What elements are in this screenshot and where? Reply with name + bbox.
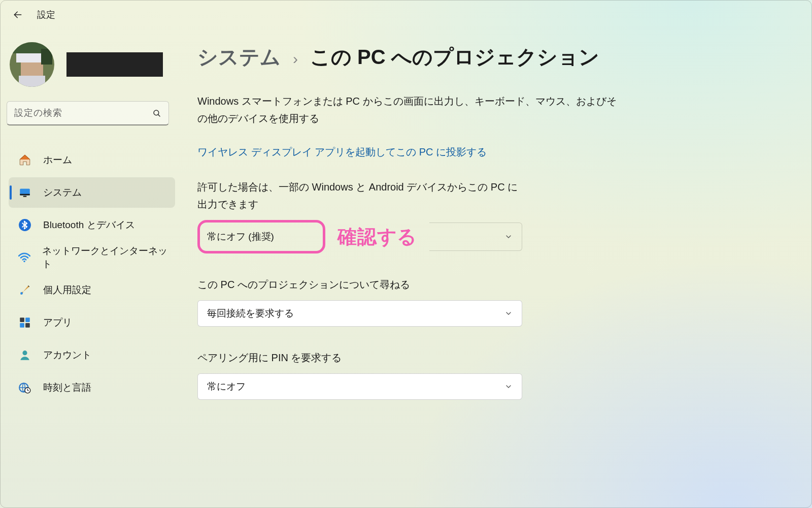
ask-projection-dropdown[interactable]: 毎回接続を要求する (197, 300, 522, 327)
launch-wireless-display-link[interactable]: ワイヤレス ディスプレイ アプリを起動してこの PC に投影する (197, 145, 487, 159)
page-title: この PC へのプロジェクション (310, 43, 599, 71)
svg-rect-5 (19, 76, 46, 87)
paintbrush-icon (18, 283, 32, 297)
setting-allow-projection: 許可した場合は、一部の Windows と Android デバイスからこの P… (197, 178, 522, 253)
svg-point-19 (22, 351, 27, 355)
setting-require-pin: ペアリング用に PIN を要求する 常にオフ (197, 349, 522, 400)
search-input[interactable] (14, 108, 152, 118)
window-title: 設定 (37, 9, 55, 21)
chevron-down-icon (504, 383, 513, 391)
sidebar-item-time-language[interactable]: 時刻と言語 (9, 372, 175, 403)
sidebar-item-network[interactable]: ネットワークとインターネット (9, 242, 175, 273)
settings-window: 設定 (0, 0, 812, 508)
sidebar-item-system[interactable]: システム (9, 177, 175, 208)
search-box[interactable] (7, 101, 169, 125)
sidebar-item-home[interactable]: ホーム (9, 145, 175, 175)
allow-projection-dropdown-chevron-area[interactable] (429, 223, 522, 251)
svg-rect-4 (21, 62, 43, 76)
back-arrow-icon (13, 10, 23, 20)
dropdown-value: 常にオフ (207, 380, 246, 393)
setting-label: 許可した場合は、一部の Windows と Android デバイスからこの P… (197, 178, 522, 213)
search-icon (152, 109, 161, 118)
setting-label: この PC へのプロジェクションについて尋ねる (197, 276, 522, 293)
page-description: Windows スマートフォンまたは PC からこの画面に出力し、キーボード、マ… (197, 92, 619, 127)
sidebar-item-bluetooth[interactable]: Bluetooth とデバイス (9, 210, 175, 240)
svg-point-14 (20, 292, 23, 295)
titlebar: 設定 (1, 1, 811, 29)
svg-rect-15 (20, 318, 24, 322)
avatar-pixelated-icon (10, 42, 54, 87)
chevron-down-icon (504, 233, 513, 241)
apps-icon (18, 315, 32, 330)
svg-rect-6 (41, 49, 52, 65)
nav: ホーム システム Bluetooth とデバイス (7, 145, 179, 403)
back-button[interactable] (9, 6, 27, 24)
setting-ask-projection: この PC へのプロジェクションについて尋ねる 毎回接続を要求する (197, 276, 522, 327)
sidebar-item-label: ホーム (43, 153, 72, 167)
person-icon (18, 348, 32, 362)
svg-point-13 (23, 261, 25, 262)
sidebar: ホーム システム Bluetooth とデバイス (1, 29, 179, 507)
allow-projection-dropdown[interactable]: 常にオフ (推奨) (202, 225, 321, 249)
sidebar-item-label: システム (43, 186, 82, 199)
chevron-down-icon (504, 309, 513, 318)
chevron-right-icon: › (293, 50, 298, 68)
setting-label: ペアリング用に PIN を要求する (197, 349, 522, 366)
sidebar-item-accounts[interactable]: アカウント (9, 340, 175, 370)
main-content: システム › この PC へのプロジェクション Windows スマートフォンま… (179, 29, 811, 507)
wifi-icon (18, 250, 31, 265)
sidebar-item-apps[interactable]: アプリ (9, 307, 175, 338)
globe-clock-icon (18, 380, 32, 395)
svg-rect-18 (25, 323, 30, 328)
sidebar-item-label: 個人用設定 (43, 283, 91, 297)
sidebar-item-label: アカウント (43, 348, 91, 362)
profile-section[interactable] (7, 37, 179, 97)
bluetooth-icon (18, 218, 32, 232)
sidebar-item-label: 時刻と言語 (43, 381, 91, 394)
profile-name-redacted (66, 52, 163, 77)
svg-rect-10 (20, 194, 30, 196)
breadcrumb: システム › この PC へのプロジェクション (197, 43, 791, 71)
sidebar-item-personalization[interactable]: 個人用設定 (9, 275, 175, 305)
sidebar-item-label: アプリ (43, 316, 72, 329)
require-pin-dropdown[interactable]: 常にオフ (197, 373, 522, 400)
sidebar-item-label: Bluetooth とデバイス (43, 218, 135, 232)
sidebar-item-label: ネットワークとインターネット (42, 244, 168, 271)
body: ホーム システム Bluetooth とデバイス (1, 29, 811, 507)
annotation-highlight-box: 常にオフ (推奨) (197, 220, 325, 253)
svg-line-8 (158, 114, 160, 116)
svg-rect-17 (20, 323, 24, 328)
svg-rect-16 (25, 318, 30, 322)
breadcrumb-root[interactable]: システム (197, 43, 281, 71)
system-icon (18, 185, 32, 200)
home-icon (18, 153, 32, 167)
svg-rect-11 (23, 196, 27, 197)
avatar (10, 42, 54, 87)
annotation-text: 確認する (337, 224, 417, 250)
dropdown-value: 毎回接続を要求する (207, 307, 294, 320)
dropdown-value: 常にオフ (推奨) (207, 230, 274, 243)
